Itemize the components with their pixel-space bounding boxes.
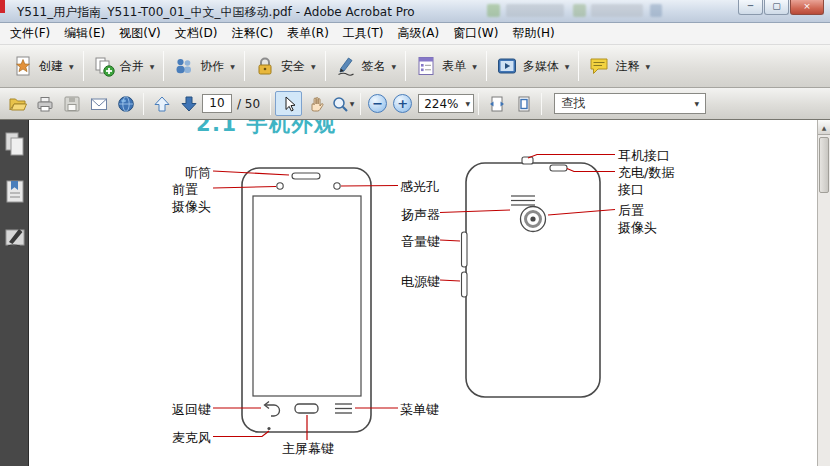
comment-label: 注释	[615, 58, 639, 75]
aero-desktop-showthrough	[573, 4, 586, 17]
toolbar-separator	[405, 51, 406, 81]
create-pdf-icon	[12, 55, 34, 77]
find-placeholder: 查找	[561, 95, 585, 112]
print-button[interactable]	[31, 91, 58, 116]
menu-tools[interactable]: 工具(T)	[336, 22, 391, 45]
menu-view[interactable]: 视图(V)	[112, 22, 168, 45]
combine-label: 合并	[120, 58, 144, 75]
multimedia-label: 多媒体	[523, 58, 559, 75]
power-key-shape	[462, 272, 468, 297]
fit-width-page-icon	[487, 94, 507, 114]
down-arrow-icon	[179, 94, 199, 114]
fit-width-button[interactable]	[483, 91, 510, 116]
chevron-down-icon: ▼	[645, 63, 650, 70]
scrollbar-thumb[interactable]	[819, 137, 829, 193]
zoom-out-button[interactable]: −	[368, 94, 387, 113]
upload-button[interactable]	[112, 91, 139, 116]
label-back-key: 返回键	[155, 401, 211, 418]
security-label: 安全	[281, 58, 305, 75]
form-icon	[415, 55, 437, 77]
page-count-label: / 50	[237, 97, 260, 111]
window-title: Y511_用户指南_Y511-T00_01_中文_中国移动.pdf - Adob…	[17, 4, 415, 21]
fit-page-button[interactable]	[510, 91, 537, 116]
aero-desktop-showthrough	[506, 4, 564, 17]
find-input[interactable]: 查找 ▼	[554, 93, 706, 114]
toolbar-separator	[578, 51, 579, 81]
signature-pen-icon	[3, 222, 27, 250]
combine-button[interactable]: 合并 ▼	[86, 51, 162, 81]
maximize-button[interactable]: ▢	[764, 0, 789, 15]
menu-forms[interactable]: 表单(R)	[280, 22, 336, 45]
navigation-toolbar: 10 / 50 ▼ − + 224% ▼ 查找 ▼	[0, 88, 830, 120]
toolbar-separator	[143, 93, 144, 115]
create-pdf-button[interactable]: 创建 ▼	[5, 51, 81, 81]
chevron-down-icon: ▼	[150, 63, 155, 70]
previous-page-button[interactable]	[148, 91, 175, 116]
marquee-zoom-button[interactable]: ▼	[329, 91, 356, 116]
chevron-down-icon: ▼	[466, 100, 471, 107]
pen-icon	[335, 55, 357, 77]
sign-label: 签名	[362, 58, 386, 75]
email-envelope-icon	[89, 94, 109, 114]
up-arrow-icon	[152, 94, 172, 114]
chevron-down-icon: ▼	[565, 63, 570, 70]
label-microphone: 麦克风	[155, 429, 211, 446]
open-file-button[interactable]	[4, 91, 31, 116]
label-light-sensor: 感光孔	[400, 178, 439, 195]
pages-icon	[3, 130, 27, 158]
save-button[interactable]	[58, 91, 85, 116]
signatures-panel-button[interactable]	[2, 220, 27, 252]
menu-help[interactable]: 帮助(H)	[505, 22, 561, 45]
minimize-button[interactable]: ─	[738, 0, 763, 15]
menu-window[interactable]: 窗口(W)	[446, 22, 505, 45]
close-button[interactable]: ×	[790, 0, 824, 15]
multimedia-icon	[496, 55, 518, 77]
sign-button[interactable]: 签名 ▼	[328, 51, 404, 81]
menu-comments[interactable]: 注释(C)	[224, 22, 280, 45]
email-button[interactable]	[85, 91, 112, 116]
label-charge-port: 充电/数据 接口	[618, 164, 674, 198]
page-number-input[interactable]: 10	[202, 94, 232, 113]
chevron-down-icon: ▼	[695, 100, 700, 107]
multimedia-button[interactable]: 多媒体 ▼	[489, 51, 577, 81]
bookmarks-icon	[3, 178, 27, 206]
security-button[interactable]: 安全 ▼	[247, 51, 323, 81]
menubar: 文件(F) 编辑(E) 视图(V) 文档(D) 注释(C) 表单(R) 工具(T…	[0, 23, 830, 45]
vertical-scrollbar[interactable]: ▲	[817, 120, 830, 466]
toolbar-separator	[83, 51, 84, 81]
aero-desktop-showthrough	[487, 4, 500, 17]
menu-file[interactable]: 文件(F)	[3, 22, 57, 45]
zoom-in-button[interactable]: +	[393, 94, 412, 113]
printer-icon	[35, 94, 55, 114]
titlebar[interactable]: Y511_用户指南_Y511-T00_01_中文_中国移动.pdf - Adob…	[0, 0, 830, 23]
pdf-page-canvas[interactable]: 2.1 手机外观	[29, 120, 817, 466]
toolbar-separator	[541, 93, 542, 115]
label-earpiece: 听筒	[155, 164, 211, 181]
scroll-up-button[interactable]: ▲	[818, 120, 830, 135]
toolbar-separator	[478, 93, 479, 115]
acrobat-app-icon	[0, 0, 5, 13]
menu-advanced[interactable]: 高级(A)	[391, 22, 447, 45]
chevron-down-icon: ▼	[69, 63, 74, 70]
collaborate-button[interactable]: 协作 ▼	[166, 51, 242, 81]
globe-icon	[116, 94, 136, 114]
select-tool-button[interactable]	[275, 91, 302, 116]
label-front-camera: 前置 摄像头	[172, 181, 211, 215]
charge-port-shape	[550, 165, 567, 171]
label-power-key: 电源键	[398, 273, 440, 290]
cursor-icon	[280, 95, 298, 113]
comment-button[interactable]: 注释 ▼	[581, 51, 657, 81]
combine-icon	[93, 55, 115, 77]
hand-tool-button[interactable]	[302, 91, 329, 116]
navigation-pane	[0, 120, 29, 466]
pages-panel-button[interactable]	[2, 128, 27, 160]
bookmarks-panel-button[interactable]	[2, 176, 27, 208]
back-phone-drawing	[462, 157, 601, 397]
zoom-level-combo[interactable]: 224% ▼	[418, 94, 474, 113]
next-page-button[interactable]	[175, 91, 202, 116]
menu-edit[interactable]: 编辑(E)	[57, 22, 112, 45]
toolbar-separator	[270, 93, 271, 115]
menu-document[interactable]: 文档(D)	[168, 22, 225, 45]
forms-button[interactable]: 表单 ▼	[408, 51, 484, 81]
save-floppy-icon	[62, 94, 82, 114]
